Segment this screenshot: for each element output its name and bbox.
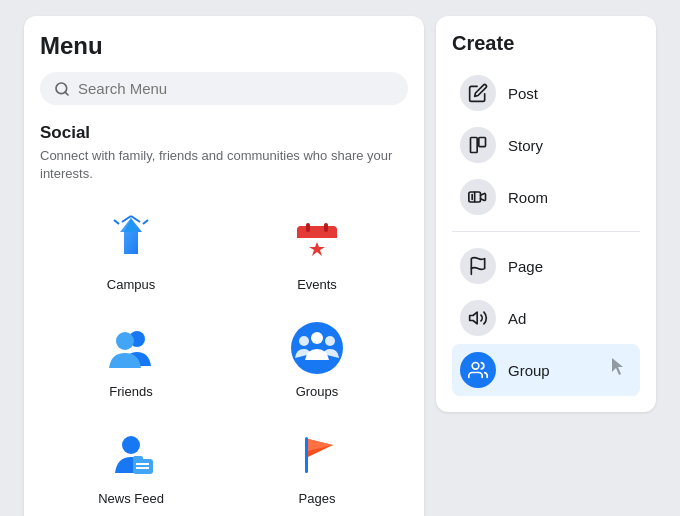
page-label: Page	[508, 258, 543, 275]
grid-item-events[interactable]: Events	[226, 199, 408, 302]
svg-rect-18	[324, 223, 328, 232]
social-section-desc: Connect with family, friends and communi…	[40, 147, 408, 183]
story-icon	[460, 127, 496, 163]
svg-point-25	[122, 436, 140, 454]
post-label: Post	[508, 85, 538, 102]
campus-icon	[103, 213, 159, 269]
social-section-title: Social	[40, 123, 408, 143]
svg-rect-32	[479, 138, 486, 147]
ad-icon	[460, 300, 496, 336]
events-label: Events	[297, 277, 337, 292]
pages-icon	[289, 427, 345, 483]
social-grid: Campus	[40, 199, 408, 516]
create-title: Create	[452, 32, 640, 55]
svg-rect-12	[297, 226, 337, 240]
grid-item-pages[interactable]: Pages	[226, 413, 408, 516]
friends-label: Friends	[109, 384, 152, 399]
groups-label: Groups	[296, 384, 339, 399]
svg-line-1	[65, 92, 68, 95]
page-icon	[460, 248, 496, 284]
create-item-ad[interactable]: Ad	[452, 292, 640, 344]
newsfeed-icon	[103, 427, 159, 483]
svg-rect-31	[471, 138, 478, 153]
create-item-room[interactable]: Room	[452, 171, 640, 223]
right-panel: Create Post Story	[436, 16, 656, 412]
friends-icon	[103, 320, 159, 376]
grid-item-groups[interactable]: Groups	[226, 306, 408, 409]
group-icon	[460, 352, 496, 388]
events-icon	[289, 213, 345, 269]
cursor-icon	[612, 358, 632, 382]
svg-line-6	[114, 220, 119, 224]
svg-point-23	[299, 336, 309, 346]
grid-item-campus[interactable]: Campus	[40, 199, 222, 302]
grid-item-newsfeed[interactable]: News Feed	[40, 413, 222, 516]
post-icon	[460, 75, 496, 111]
room-icon	[460, 179, 496, 215]
create-item-post[interactable]: Post	[452, 67, 640, 119]
svg-marker-37	[470, 312, 478, 324]
search-icon	[54, 81, 70, 97]
pages-label: Pages	[299, 491, 336, 506]
groups-icon	[289, 320, 345, 376]
newsfeed-label: News Feed	[98, 491, 164, 506]
group-label: Group	[508, 362, 550, 379]
campus-label: Campus	[107, 277, 155, 292]
menu-title: Menu	[40, 32, 408, 60]
create-item-group[interactable]: Group	[452, 344, 640, 396]
ad-label: Ad	[508, 310, 526, 327]
svg-rect-15	[297, 257, 337, 261]
create-item-page[interactable]: Page	[452, 240, 640, 292]
svg-rect-27	[133, 456, 143, 461]
svg-point-21	[291, 322, 343, 374]
search-input[interactable]	[78, 80, 394, 97]
svg-point-24	[325, 336, 335, 346]
svg-rect-26	[133, 459, 153, 474]
svg-point-38	[472, 363, 479, 370]
search-bar[interactable]	[40, 72, 408, 105]
create-item-story[interactable]: Story	[452, 119, 640, 171]
svg-rect-30	[305, 437, 308, 473]
svg-point-22	[311, 332, 323, 344]
svg-rect-17	[306, 223, 310, 232]
room-label: Room	[508, 189, 548, 206]
story-label: Story	[508, 137, 543, 154]
grid-item-friends[interactable]: Friends	[40, 306, 222, 409]
svg-line-7	[143, 220, 148, 224]
svg-point-20	[116, 332, 134, 350]
left-panel: Menu Social Connect with family, friends…	[24, 16, 424, 516]
divider	[452, 231, 640, 232]
